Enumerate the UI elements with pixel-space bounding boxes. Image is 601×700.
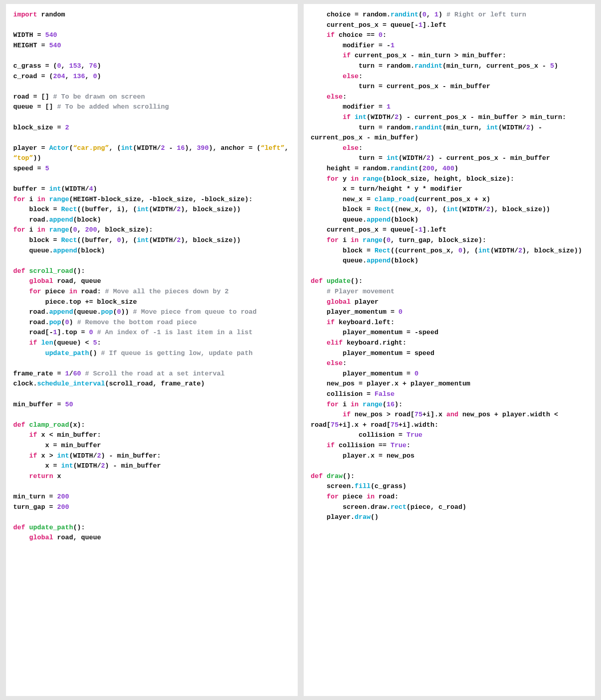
code-listing-page: import random WIDTH = 540 HEIGHT = 540 c… <box>0 0 601 700</box>
code-block-left: import random WIDTH = 540 HEIGHT = 540 c… <box>13 10 290 543</box>
code-block-right: choice = random.randint(0, 1) # Right or… <box>311 10 588 522</box>
right-column: choice = random.randint(0, 1) # Right or… <box>304 4 595 696</box>
left-column: import random WIDTH = 540 HEIGHT = 540 c… <box>6 4 298 696</box>
columns-container: import random WIDTH = 540 HEIGHT = 540 c… <box>0 4 601 696</box>
